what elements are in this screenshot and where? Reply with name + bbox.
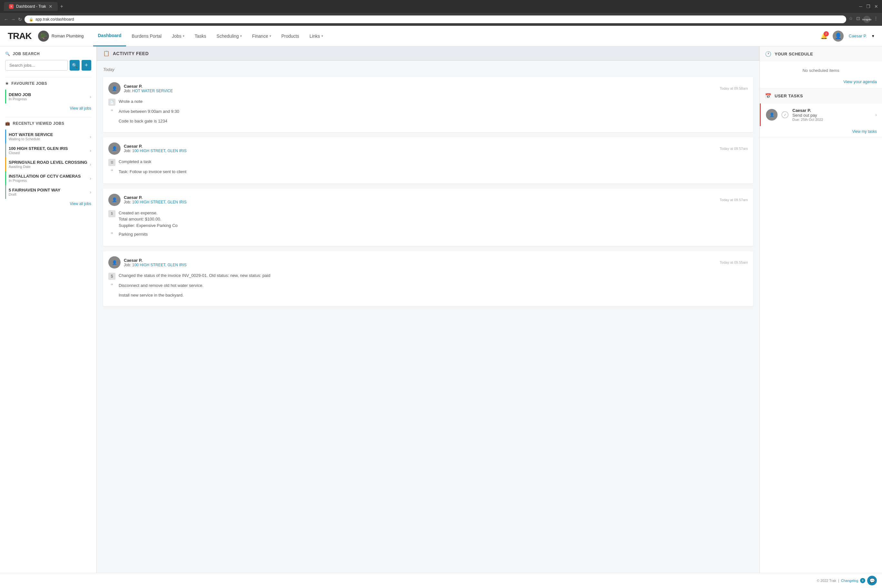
star-icon[interactable]: ☆ [849, 16, 853, 23]
feed-item-3: 👤 Caesar P. Job: 100 HIGH STREET, GLEN I… [103, 189, 753, 246]
nav-products[interactable]: Products [277, 26, 304, 46]
invoice-icon: $ [108, 273, 116, 280]
split-icon[interactable]: ⊡ [856, 16, 860, 23]
nav-jobs[interactable]: Jobs ▾ [167, 26, 189, 46]
window-minimize[interactable]: ─ [859, 4, 862, 9]
feed-job-4: Job: 100 HIGH STREET, GLEN IRIS [124, 263, 187, 267]
tab-close-button[interactable]: ✕ [49, 4, 52, 9]
view-tasks-link[interactable]: View my tasks [760, 126, 882, 137]
browser-tab[interactable]: T Dashboard - Trak ✕ [4, 2, 58, 11]
recent-job-springvale[interactable]: SPRINGVALE ROAD LEVEL CROSSING Awaiting … [5, 158, 91, 171]
recent-job-cctv[interactable]: INSTALLATION OF CCTV CAMERAS In Progress… [5, 171, 91, 185]
task-avatar: 👤 [766, 109, 777, 121]
job-name: HOT WATER SERVICE [9, 132, 90, 137]
feed-job-1: Job: HOT WATER SERVICE [124, 88, 173, 93]
task-check-icon[interactable]: ✓ [782, 111, 789, 118]
user-caret[interactable]: ▾ [872, 33, 874, 38]
incognito-badge: Incognito [863, 16, 870, 23]
browser-nav: ← → ↻ 🔒 app.trak.co/dashboard ☆ ⊡ Incogn… [0, 13, 882, 26]
copyright: © 2022 Trak [817, 579, 836, 582]
job-status: Awaiting Date [9, 165, 90, 169]
note-icon: 📄 [108, 99, 116, 106]
window-close[interactable]: ✕ [874, 4, 878, 9]
feed-avatar-2: 👤 [108, 142, 121, 155]
company-avatar: 🪖 [38, 31, 49, 42]
feed-entry-quote4: " Disconnect and remove old hot water se… [108, 282, 748, 290]
menu-icon[interactable]: ⋮ [874, 16, 878, 23]
feed-user-name-1: Caesar P. [124, 84, 173, 88]
feed-user-name-3: Caesar P. [124, 195, 187, 200]
chevron-icon: › [90, 176, 91, 181]
content-area: 🔍 JOB SEARCH 🔍 + ★ FAVOURITE JOBS [0, 46, 882, 573]
recent-job-hot-water[interactable]: HOT WATER SERVICE Waiting to Schedule › [5, 130, 91, 144]
notifications-button[interactable]: 🔔 2 [820, 33, 828, 40]
address-bar[interactable]: 🔒 app.trak.co/dashboard [24, 15, 846, 23]
right-panel: 🕐 YOUR SCHEDULE No scheduled items View … [759, 46, 882, 573]
main-nav: Dashboard Burdens Portal Jobs ▾ Tasks Sc… [93, 26, 820, 46]
recently-viewed-section: 💼 RECENTLY VIEWED JOBS HOT WATER SERVICE… [5, 121, 91, 206]
feed-job-link-3[interactable]: 100 HIGH STREET, GLEN IRIS [132, 200, 187, 204]
favourite-view-all[interactable]: View all jobs [5, 106, 91, 111]
search-input[interactable] [5, 60, 68, 70]
favourite-job-item[interactable]: DEMO JOB In Progress › [5, 90, 91, 104]
job-status: In Progress [9, 97, 90, 101]
task-item[interactable]: 👤 ✓ Caesar P. Send out pay Due: 25th Oct… [760, 104, 882, 126]
notification-count: 2 [824, 31, 829, 36]
search-icon: 🔍 [5, 52, 10, 56]
entry-text: Parking permits [118, 231, 148, 238]
feed-entry-text4: Install new service in the backyard. [108, 292, 748, 298]
entry-text: Arrive between 9:00am and 9:30 [118, 108, 179, 115]
nav-links[interactable]: Links ▾ [305, 26, 327, 46]
ssl-icon: 🔒 [29, 17, 33, 22]
new-tab-button[interactable]: + [60, 3, 63, 9]
browser-actions: ☆ ⊡ Incognito ⋮ [849, 16, 878, 23]
user-name[interactable]: Caesar P. [849, 33, 867, 38]
job-status: Draft [9, 192, 90, 196]
feed-job-link-1[interactable]: HOT WATER SERVICE [132, 88, 173, 93]
job-item-text: DEMO JOB In Progress [9, 92, 90, 101]
chat-button[interactable]: 💬 [867, 576, 877, 585]
entry-text: Disconnect and remove old hot water serv… [118, 282, 203, 289]
user-avatar: 👤 [832, 31, 844, 42]
chevron-icon: › [90, 189, 91, 195]
clock-icon: 🕐 [765, 51, 771, 57]
job-chevron-icon: › [90, 94, 91, 99]
feed-job-link-4[interactable]: 100 HIGH STREET, GLEN IRIS [132, 263, 187, 267]
schedule-title: YOUR SCHEDULE [775, 52, 813, 56]
feed-job-link-2[interactable]: 100 HIGH STREET, GLEN IRIS [132, 148, 187, 153]
favourite-jobs-header: ★ FAVOURITE JOBS [5, 81, 91, 86]
feed-entry-quote3: " Parking permits [108, 231, 748, 238]
feed-content: Today 👤 Caesar P. Job: HOT WATER SERVICE [97, 61, 759, 318]
finance-caret: ▾ [270, 34, 271, 38]
search-button[interactable]: 🔍 [70, 60, 80, 70]
agenda-link[interactable]: View your agenda [760, 79, 882, 88]
feed-user-name-2: Caesar P. [124, 144, 187, 148]
window-restore[interactable]: ❐ [866, 4, 870, 9]
recent-job-100-high[interactable]: 100 HIGH STREET, GLEN IRIS Closed › [5, 144, 91, 158]
feed-header: 📋 ACTIVITY FEED [97, 46, 759, 61]
recent-job-fairhaven[interactable]: 5 FAIRHAVEN POINT WAY Draft › [5, 185, 91, 199]
browser-titlebar: T Dashboard - Trak ✕ + ─ ❐ ✕ [0, 0, 882, 13]
nav-dashboard[interactable]: Dashboard [93, 26, 126, 46]
back-button[interactable]: ← [4, 17, 8, 22]
nav-finance[interactable]: Finance ▾ [248, 26, 276, 46]
tasks-title: USER TASKS [775, 93, 803, 98]
nav-scheduling[interactable]: Scheduling ▾ [212, 26, 246, 46]
tab-label: Dashboard - Trak [16, 4, 46, 9]
scheduling-caret: ▾ [240, 34, 242, 38]
forward-button[interactable]: → [11, 17, 15, 22]
add-job-button[interactable]: + [81, 60, 92, 70]
reload-button[interactable]: ↻ [18, 17, 22, 22]
feed-entry-expense: $ Created an expense. Total amount: $100… [108, 210, 748, 229]
briefcase-icon: 💼 [5, 121, 10, 126]
nav-right: 🔔 2 👤 Caesar P. ▾ [820, 31, 874, 42]
entry-text: Created an expense. Total amount: $100.0… [118, 210, 178, 229]
recently-viewed-view-all[interactable]: View all jobs [5, 201, 91, 206]
nav-burdens-portal[interactable]: Burdens Portal [128, 26, 166, 46]
changelog-link[interactable]: Changelog [841, 579, 858, 582]
nav-tasks[interactable]: Tasks [190, 26, 211, 46]
feed-entry-note: 📄 Wrote a note [108, 98, 748, 106]
job-status: In Progress [9, 178, 90, 183]
date-label: Today [103, 67, 753, 72]
top-nav: TRAK 🪖 Roman Plumbing Dashboard Burdens … [0, 26, 882, 46]
